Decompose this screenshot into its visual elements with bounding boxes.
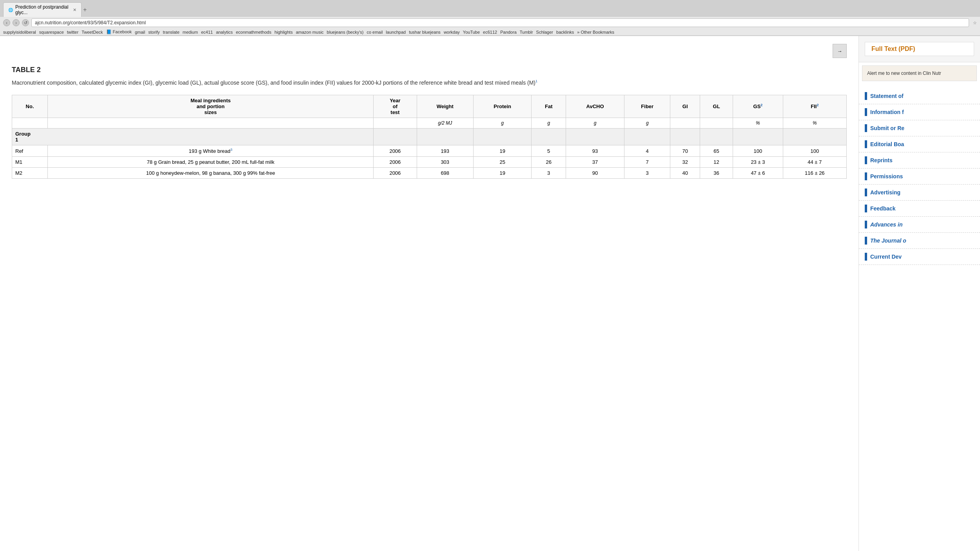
unit-avcho: g [566, 118, 624, 129]
bookmark-amazon-music[interactable]: amazon music [296, 30, 324, 34]
bookmark-other[interactable]: » Other Bookmarks [577, 30, 614, 34]
bookmark-ec6112[interactable]: ec6112 [483, 30, 497, 34]
cell-fii-m2: 116 ± 26 [783, 168, 846, 179]
bookmark-highlights[interactable]: highlights [274, 30, 292, 34]
cell-gl-ref: 65 [700, 145, 733, 157]
browser-chrome: 🌐 Prediction of postprandial glyc... ✕ +… [0, 0, 980, 36]
new-tab-button[interactable]: + [83, 6, 87, 13]
sidebar-item-reprints[interactable]: Reprints [859, 152, 980, 169]
bookmark-tushar[interactable]: tushar bluejeans [409, 30, 441, 34]
cell-no-m1: M1 [12, 157, 48, 168]
bookmark-tumblr[interactable]: Tumblr [520, 30, 533, 34]
sidebar-item-the-journal[interactable]: The Journal o [859, 233, 980, 249]
bookmark-gmail[interactable]: gmail [135, 30, 145, 34]
sidebar-item-information[interactable]: Information f [859, 104, 980, 120]
bookmark-supplyisidoliberal[interactable]: supplyisidoliberal [3, 30, 36, 34]
col-header-fiber: Fiber [624, 95, 670, 118]
back-button[interactable]: ‹ [3, 19, 10, 26]
sidebar-link-label-statement: Statement of [870, 93, 904, 99]
cell-gi-m2: 40 [670, 168, 700, 179]
bookmark-bluejeans[interactable]: bluejeans (becky's) [327, 30, 364, 34]
cell-year-ref: 2006 [374, 145, 417, 157]
group-avcho [566, 129, 624, 145]
active-tab[interactable]: 🌐 Prediction of postprandial glyc... ✕ [3, 2, 82, 17]
col-header-meal: Meal ingredientsand portionsizes [48, 95, 374, 118]
tab-bar: 🌐 Prediction of postprandial glyc... ✕ + [0, 0, 980, 17]
col-header-gs: GS2 [733, 95, 783, 118]
sidebar-link-label-feedback: Feedback [870, 205, 896, 212]
col-header-protein: Protein [473, 95, 531, 118]
cell-meal-ref: 193 g White bread3 [48, 145, 374, 157]
col-header-gi: GI [670, 95, 700, 118]
col-header-weight: Weight [417, 95, 473, 118]
bookmark-facebook[interactable]: 📘 Facebook [106, 29, 132, 34]
cell-gl-m1: 12 [700, 157, 733, 168]
sidebar-item-advances-in[interactable]: Advances in [859, 217, 980, 233]
bookmark-workday[interactable]: workday [444, 30, 460, 34]
sidebar-blue-bar-icon [865, 92, 867, 100]
sidebar-item-permissions[interactable]: Permissions [859, 169, 980, 185]
cell-no-m2: M2 [12, 168, 48, 179]
nav-bar: ‹ › ↺ ☆ [0, 17, 980, 29]
cell-weight-ref: 193 [417, 145, 473, 157]
group-fii [783, 129, 846, 145]
tab-close-button[interactable]: ✕ [73, 7, 76, 13]
sidebar-item-current-dev[interactable]: Current Dev [859, 249, 980, 265]
cell-gs-m2: 47 ± 6 [733, 168, 783, 179]
unit-no [12, 118, 48, 129]
tab-title: Prediction of postprandial glyc... [15, 4, 71, 15]
bookmark-star[interactable]: ☆ [973, 20, 977, 25]
sidebar-item-editorial[interactable]: Editorial Boa [859, 136, 980, 152]
sidebar-item-feedback[interactable]: Feedback [859, 201, 980, 217]
unit-gs: % [733, 118, 783, 129]
cell-protein-m2: 19 [473, 168, 531, 179]
forward-button[interactable]: › [13, 19, 20, 26]
bookmark-squarespace[interactable]: squarespace [39, 30, 64, 34]
bookmark-medium[interactable]: medium [183, 30, 198, 34]
navigation-arrow-button[interactable]: → [833, 44, 847, 58]
bookmark-youtube[interactable]: YouTube [463, 30, 480, 34]
bookmark-backlinks[interactable]: backlinks [556, 30, 574, 34]
bookmark-translate[interactable]: translate [163, 30, 180, 34]
sidebar-item-advertising[interactable]: Advertising [859, 185, 980, 201]
table-row: Group1 [12, 129, 847, 145]
sidebar-item-statement-of[interactable]: Statement of [859, 88, 980, 104]
table-units-row: g/2 MJ g g g g % % [12, 118, 847, 129]
unit-fat: g [532, 118, 566, 129]
sidebar-link-label-journal: The Journal o [870, 237, 906, 244]
data-table: No. Meal ingredientsand portionsizes Yea… [12, 95, 847, 179]
bookmark-analytics[interactable]: analytics [216, 30, 233, 34]
cell-no-ref: Ref [12, 145, 48, 157]
sidebar-link-label-advances: Advances in [870, 221, 902, 228]
cell-fii-ref: 100 [783, 145, 846, 157]
sidebar-item-submit[interactable]: Submit or Re [859, 120, 980, 136]
bookmark-schlager[interactable]: Schlager [536, 30, 553, 34]
cell-meal-m1: 78 g Grain bread, 25 g peanut butter, 20… [48, 157, 374, 168]
cell-avcho-m1: 37 [566, 157, 624, 168]
bookmark-pandora[interactable]: Pandora [500, 30, 517, 34]
address-bar[interactable] [31, 18, 969, 27]
bookmark-launchpad[interactable]: launchpad [386, 30, 406, 34]
bookmark-econmathmethods[interactable]: econmathmethods [236, 30, 272, 34]
unit-gl [700, 118, 733, 129]
unit-gi [670, 118, 700, 129]
pdf-button-area: Full Text (PDF) [859, 36, 980, 62]
cell-gi-ref: 70 [670, 145, 700, 157]
cell-meal-m2: 100 g honeydew-melon, 98 g banana, 300 g… [48, 168, 374, 179]
sidebar-link-label-editorial: Editorial Boa [870, 141, 904, 147]
cell-fat-ref: 5 [532, 145, 566, 157]
bookmark-twitter[interactable]: twitter [67, 30, 78, 34]
sidebar-blue-bar-icon [865, 108, 867, 116]
full-text-pdf-button[interactable]: Full Text (PDF) [865, 42, 974, 56]
bookmark-co-email[interactable]: co email [367, 30, 383, 34]
sidebar-blue-bar-icon [865, 172, 867, 180]
cell-weight-m2: 698 [417, 168, 473, 179]
bookmark-ec411[interactable]: ec411 [201, 30, 213, 34]
sidebar-blue-bar-icon [865, 205, 867, 212]
bookmark-tweetdeck[interactable]: TweetDeck [82, 30, 103, 34]
unit-weight: g/2 MJ [417, 118, 473, 129]
group-protein [473, 129, 531, 145]
bookmark-storify[interactable]: storify [148, 30, 160, 34]
reload-button[interactable]: ↺ [22, 19, 29, 26]
cell-year-m2: 2006 [374, 168, 417, 179]
